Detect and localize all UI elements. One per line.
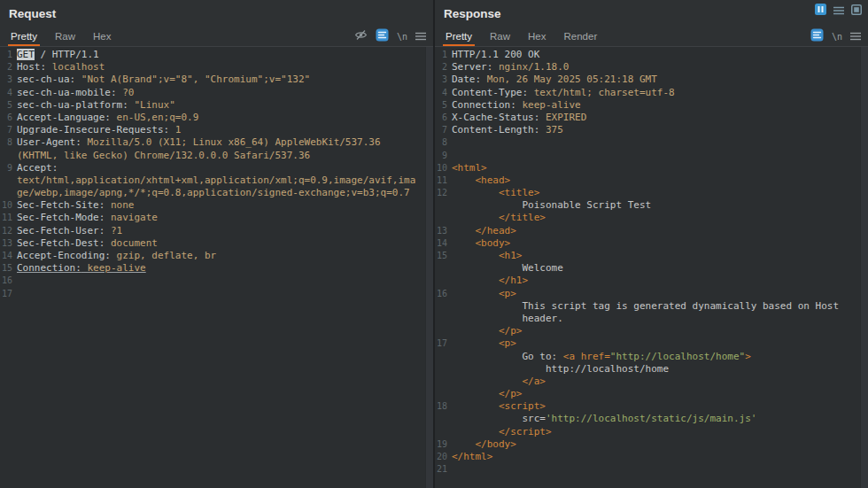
editor-line[interactable]: 4sec-ch-ua-mobile: ?0: [0, 87, 433, 99]
editor-line[interactable]: 5sec-ch-ua-platform: "Linux": [0, 99, 433, 112]
editor-line[interactable]: 9Accept:: [0, 162, 433, 174]
editor-menu-button[interactable]: [850, 28, 861, 44]
response-vertical-scrollbar[interactable]: [860, 47, 868, 488]
tab-raw[interactable]: Raw: [481, 27, 519, 46]
editor-line[interactable]: This script tag is generated dynamically…: [435, 300, 868, 313]
editor-line[interactable]: 12Sec-Fetch-User: ?1: [0, 225, 433, 237]
syntax-highlight-button[interactable]: [810, 28, 824, 45]
line-number: 4: [435, 87, 452, 99]
hide-nonprintable-button[interactable]: [354, 28, 368, 44]
response-tabbar: PrettyRawHexRender \n: [435, 27, 868, 47]
tab-hex[interactable]: Hex: [84, 27, 120, 46]
line-content: Accept:: [17, 162, 433, 174]
editor-line[interactable]: 8User-Agent: Mozilla/5.0 (X11; Linux x86…: [0, 136, 433, 149]
editor-line[interactable]: </a>: [435, 376, 868, 388]
editor-line[interactable]: 10Sec-Fetch-Site: none: [0, 199, 433, 212]
menu-button[interactable]: [833, 3, 844, 19]
editor-line[interactable]: 11Sec-Fetch-Mode: navigate: [0, 212, 433, 224]
syntax-highlight-button[interactable]: [376, 28, 389, 45]
hamburger-icon: [850, 28, 861, 44]
editor-line[interactable]: 4Content-Type: text/html; charset=utf-8: [435, 87, 868, 99]
editor-line[interactable]: (KHTML, like Gecko) Chrome/132.0.0.0 Saf…: [0, 150, 433, 162]
line-content: </head>: [452, 225, 868, 237]
line-number: [435, 300, 452, 313]
newline-toggle[interactable]: \n: [832, 32, 842, 42]
editor-line[interactable]: 15Connection: keep-alive: [0, 262, 433, 275]
response-pane: Response PrettyRawHexRender \n: [435, 0, 868, 488]
editor-line[interactable]: 14 <body>: [435, 237, 868, 250]
editor-line[interactable]: </p>: [435, 325, 868, 337]
pause-button[interactable]: [815, 3, 826, 19]
editor-line[interactable]: Welcome: [435, 262, 868, 275]
editor-line[interactable]: 13 </head>: [435, 225, 868, 237]
editor-line[interactable]: 8: [435, 136, 868, 149]
editor-line[interactable]: 6X-Cache-Status: EXPIRED: [435, 112, 868, 124]
editor-line[interactable]: 19 </body>: [435, 438, 868, 451]
line-content: X-Cache-Status: EXPIRED: [452, 112, 868, 124]
editor-line[interactable]: 6Accept-Language: en-US,en;q=0.9: [0, 112, 433, 124]
editor-line[interactable]: 3Date: Mon, 26 May 2025 05:21:18 GMT: [435, 74, 868, 86]
editor-line[interactable]: ge/webp,image/apng,*/*;q=0.8,application…: [0, 187, 433, 199]
tab-render[interactable]: Render: [555, 27, 607, 46]
response-editor-content: 1HTTP/1.1 200 OK2Server: nginx/1.18.03Da…: [435, 49, 868, 476]
editor-line[interactable]: 15 <h1>: [435, 250, 868, 262]
line-content: Connection: keep-alive: [452, 99, 868, 112]
line-number: 14: [0, 250, 17, 262]
request-editor[interactable]: 1GET / HTTP/1.12Host: localhost3sec-ch-u…: [0, 47, 433, 488]
line-content: <html>: [452, 162, 868, 174]
editor-line[interactable]: 1GET / HTTP/1.1: [0, 49, 433, 61]
line-number: 9: [0, 162, 17, 174]
tab-raw[interactable]: Raw: [46, 27, 84, 46]
editor-line[interactable]: </p>: [435, 388, 868, 400]
editor-line[interactable]: 2Server: nginx/1.18.0: [435, 61, 868, 74]
editor-line[interactable]: 21: [435, 463, 868, 476]
editor-line[interactable]: 16 <p>: [435, 288, 868, 300]
tab-pretty[interactable]: Pretty: [437, 27, 481, 46]
line-number: 3: [0, 74, 17, 86]
editor-line[interactable]: 1HTTP/1.1 200 OK: [435, 49, 868, 61]
layout-button[interactable]: [851, 3, 862, 19]
newline-toggle[interactable]: \n: [397, 32, 407, 42]
editor-line[interactable]: header.: [435, 313, 868, 325]
hamburger-icon: [833, 3, 844, 19]
editor-line[interactable]: 14Accept-Encoding: gzip, deflate, br: [0, 250, 433, 262]
editor-line[interactable]: 17: [0, 288, 433, 300]
editor-line[interactable]: 3sec-ch-ua: "Not A(Brand";v="8", "Chromi…: [0, 74, 433, 86]
editor-line[interactable]: 16: [0, 275, 433, 287]
line-content: This script tag is generated dynamically…: [452, 300, 868, 313]
line-number: 10: [435, 162, 452, 174]
editor-line[interactable]: </script>: [435, 426, 868, 438]
editor-line[interactable]: 7Upgrade-Insecure-Requests: 1: [0, 124, 433, 136]
editor-line[interactable]: src='http://localhost/static/js/main.js': [435, 413, 868, 425]
editor-line[interactable]: Poisonable Script Test: [435, 199, 868, 212]
editor-line[interactable]: 9: [435, 150, 868, 162]
response-editor[interactable]: 1HTTP/1.1 200 OK2Server: nginx/1.18.03Da…: [435, 47, 868, 488]
window-controls: [815, 3, 862, 19]
line-content: </a>: [452, 376, 868, 388]
line-number: 21: [435, 463, 452, 476]
line-content: User-Agent: Mozilla/5.0 (X11; Linux x86_…: [17, 136, 433, 149]
editor-line[interactable]: 13Sec-Fetch-Dest: document: [0, 237, 433, 250]
editor-line[interactable]: 11 <head>: [435, 174, 868, 187]
request-vertical-scrollbar[interactable]: [425, 47, 433, 488]
tab-hex[interactable]: Hex: [519, 27, 554, 46]
editor-line[interactable]: 12 <title>: [435, 187, 868, 199]
editor-line[interactable]: 17 <p>: [435, 337, 868, 350]
editor-line[interactable]: Go to: <a href="http://localhost/home">: [435, 351, 868, 363]
editor-line[interactable]: 2Host: localhost: [0, 61, 433, 74]
line-number: [435, 351, 452, 363]
editor-line[interactable]: http://localhost/home: [435, 363, 868, 376]
editor-menu-button[interactable]: [415, 28, 426, 44]
line-content: Accept-Language: en-US,en;q=0.9: [17, 112, 433, 124]
line-content: <body>: [452, 237, 868, 250]
editor-line[interactable]: text/html,application/xhtml+xml,applicat…: [0, 174, 433, 187]
editor-line[interactable]: 18 <script>: [435, 400, 868, 413]
editor-line[interactable]: 5Connection: keep-alive: [435, 99, 868, 112]
editor-line[interactable]: 20</html>: [435, 451, 868, 463]
editor-line[interactable]: 10<html>: [435, 162, 868, 174]
editor-line[interactable]: </title>: [435, 212, 868, 224]
editor-line[interactable]: </h1>: [435, 275, 868, 287]
editor-line[interactable]: 7Content-Length: 375: [435, 124, 868, 136]
line-content: src='http://localhost/static/js/main.js': [452, 413, 868, 425]
tab-pretty[interactable]: Pretty: [2, 27, 46, 46]
